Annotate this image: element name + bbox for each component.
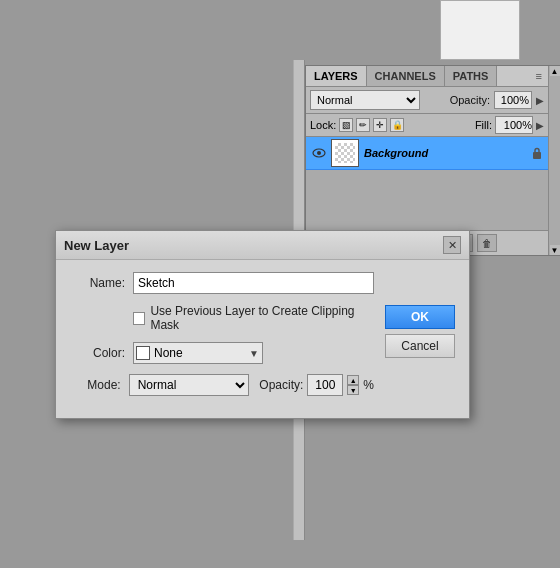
layers-toolbar: Normal Opacity: ▶ [306,87,548,114]
clipping-mask-label: Use Previous Layer to Create Clipping Ma… [150,304,374,332]
svg-rect-2 [533,152,541,159]
ok-button[interactable]: OK [385,305,455,329]
svg-point-1 [317,151,321,155]
layers-lock-row: Lock: ▧ ✏ ✛ 🔒 Fill: ▶ [306,114,548,137]
dialog-body: Name: Use Previous Layer to Create Clipp… [56,260,469,418]
clipping-mask-row: Use Previous Layer to Create Clipping Ma… [70,304,374,332]
dialog-buttons: OK Cancel [385,305,455,358]
cancel-button[interactable]: Cancel [385,334,455,358]
lock-transparency-icon[interactable]: ▧ [339,118,353,132]
name-label: Name: [70,276,125,290]
tab-layers[interactable]: LAYERS [306,66,367,86]
lock-paint-icon[interactable]: ✏ [356,118,370,132]
lock-label: Lock: [310,119,336,131]
name-input[interactable] [133,272,374,294]
color-row: Color: None ▼ [70,342,374,364]
tab-paths[interactable]: PATHS [445,66,498,86]
name-row: Name: [70,272,374,294]
opacity-step-up[interactable]: ▲ [347,375,359,385]
opacity-stepper[interactable]: ▲ ▼ [347,375,359,395]
layers-menu-icon[interactable]: ≡ [530,66,548,86]
layers-panel: LAYERS CHANNELS PATHS ≡ Normal Opacity: … [305,65,560,256]
dialog-titlebar: New Layer ✕ [56,231,469,260]
color-swatch [136,346,150,360]
scroll-up-arrow[interactable]: ▲ [550,66,560,76]
delete-layer-icon[interactable]: 🗑 [477,234,497,252]
color-dropdown-arrow[interactable]: ▼ [249,348,259,359]
new-layer-dialog: New Layer ✕ Name: Use Previous Layer to … [55,230,470,419]
opacity-arrow-icon[interactable]: ▶ [536,95,544,106]
layers-panel-header: LAYERS CHANNELS PATHS ≡ [306,66,548,87]
mode-label: Mode: [70,378,121,392]
color-select[interactable]: None ▼ [133,342,263,364]
layer-lock-badge [530,146,544,160]
layer-thumb-pattern [335,143,355,163]
scroll-down-arrow[interactable]: ▼ [550,245,560,255]
layer-visibility-eye[interactable] [310,144,328,162]
clipping-mask-checkbox[interactable] [133,312,145,325]
opacity-input[interactable] [494,91,532,109]
layer-name: Background [364,147,530,159]
layer-list-empty [306,170,548,230]
tab-channels[interactable]: CHANNELS [367,66,445,86]
layer-row-background[interactable]: Background [306,137,548,170]
dialog-opacity-input[interactable] [307,374,343,396]
color-label: Color: [70,346,125,360]
opacity-step-down[interactable]: ▼ [347,385,359,395]
mode-select[interactable]: Normal [129,374,250,396]
opacity-label: Opacity: [450,94,490,106]
dialog-close-button[interactable]: ✕ [443,236,461,254]
fill-label: Fill: [475,119,492,131]
fill-input[interactable] [495,116,533,134]
blend-mode-select[interactable]: Normal [310,90,420,110]
opacity-section: Opacity: ▲ ▼ % [259,374,374,396]
color-value: None [154,346,183,360]
layer-thumbnail [331,139,359,167]
layers-scrollbar[interactable]: ▲ ▼ [548,66,560,255]
dialog-opacity-label: Opacity: [259,378,303,392]
pct-label: % [363,378,374,392]
fill-arrow-icon[interactable]: ▶ [536,120,544,131]
document-corner [440,0,520,60]
lock-all-icon[interactable]: 🔒 [390,118,404,132]
lock-move-icon[interactable]: ✛ [373,118,387,132]
mode-opacity-row: Mode: Normal Opacity: ▲ ▼ % [70,374,374,396]
dialog-title: New Layer [64,238,129,253]
